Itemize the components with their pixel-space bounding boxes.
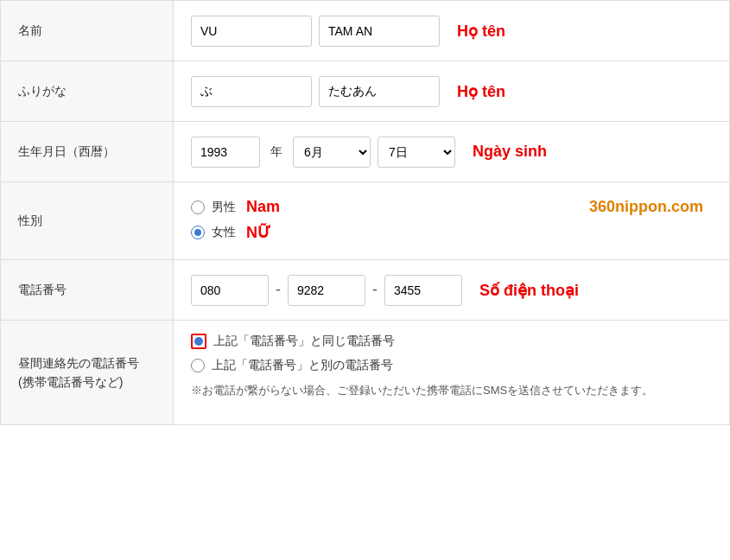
daytime-phone-content: 上記「電話番号」と同じ電話番号 上記「電話番号」と別の電話番号 ※お電話が繋がら… — [174, 321, 729, 424]
birth-month-select[interactable]: 1月2月3月4月5月 6月7月8月9月 10月11月12月 — [293, 137, 371, 168]
furigana-label: ふりがな — [1, 61, 174, 121]
last-name-input[interactable] — [191, 16, 312, 47]
female-radio-dot — [194, 229, 201, 236]
furigana-annotation: Họ tên — [457, 82, 505, 101]
phone-part2-input[interactable] — [288, 275, 365, 306]
daytime-same-label: 上記「電話番号」と同じ電話番号 — [213, 334, 395, 349]
gender-options: 男性 Nam 女性 NỮ — [191, 198, 582, 242]
birth-day-select[interactable]: 1日2日3日4日5日 6日7日8日9日 10日11日12日13日 14日15日1… — [378, 137, 455, 168]
gender-row: 性別 男性 Nam 女性 NỮ 360nippon.com — [1, 182, 729, 260]
male-option-row: 男性 Nam — [191, 198, 582, 216]
daytime-same-radio-fill — [194, 337, 203, 346]
birthdate-annotation: Ngày sinh — [473, 143, 547, 161]
phone-sep-2: - — [372, 281, 378, 299]
birth-year-input[interactable] — [191, 137, 260, 168]
furigana-row: ふりがな Họ tên — [1, 61, 729, 122]
daytime-same-radio-wrapper[interactable] — [191, 334, 206, 349]
female-label-vn: NỮ — [246, 223, 270, 242]
birthdate-row: 生年月日（西暦） 年 1月2月3月4月5月 6月7月8月9月 10月11月12月… — [1, 122, 729, 182]
year-unit: 年 — [270, 144, 282, 160]
name-label: 名前 — [1, 1, 174, 60]
name-content: Họ tên — [174, 1, 729, 60]
furigana-content: Họ tên — [174, 61, 729, 121]
phone-part3-input[interactable] — [384, 275, 462, 306]
birthdate-label: 生年月日（西暦） — [1, 122, 174, 181]
female-option-row: 女性 NỮ — [191, 223, 582, 242]
birthdate-content: 年 1月2月3月4月5月 6月7月8月9月 10月11月12月 1日2日3日4日… — [174, 122, 729, 181]
male-label-vn: Nam — [246, 198, 280, 216]
daytime-diff-row: 上記「電話番号」と別の電話番号 — [191, 358, 393, 373]
gender-content: 男性 Nam 女性 NỮ 360nippon.com — [174, 182, 729, 259]
phone-label: 電話番号 — [1, 260, 174, 320]
phone-annotation: Số điện thoại — [479, 281, 579, 300]
first-name-input[interactable] — [319, 16, 440, 47]
daytime-diff-radio[interactable] — [191, 359, 205, 372]
male-radio[interactable] — [191, 200, 205, 214]
female-radio[interactable] — [191, 226, 205, 239]
furigana-last-input[interactable] — [191, 76, 312, 107]
name-row: 名前 Họ tên — [1, 1, 729, 61]
female-label-jp: 女性 — [212, 225, 236, 240]
nippon-watermark: 360nippon.com — [589, 198, 712, 216]
daytime-phone-row: 昼間連絡先の電話番号 (携帯電話番号など) 上記「電話番号」と同じ電話番号 上記… — [1, 321, 729, 424]
daytime-note: ※お電話が繋がらない場合、ご登録いただいた携帯電話にSMSを送信させていただきま… — [191, 382, 653, 400]
phone-sep-1: - — [276, 281, 281, 299]
daytime-diff-label: 上記「電話番号」と別の電話番号 — [212, 358, 393, 373]
daytime-same-row: 上記「電話番号」と同じ電話番号 — [191, 334, 395, 349]
phone-part1-input[interactable] — [191, 275, 269, 306]
phone-content: - - Số điện thoại — [174, 260, 729, 320]
daytime-phone-label: 昼間連絡先の電話番号 (携帯電話番号など) — [1, 321, 174, 424]
male-label-jp: 男性 — [212, 200, 236, 215]
registration-form: 名前 Họ tên ふりがな Họ tên 生年月日（西暦） 年 1月2月3月4… — [0, 0, 730, 425]
phone-row: 電話番号 - - Số điện thoại — [1, 260, 729, 321]
name-annotation: Họ tên — [457, 22, 505, 41]
gender-label: 性別 — [1, 182, 174, 259]
furigana-first-input[interactable] — [319, 76, 440, 107]
